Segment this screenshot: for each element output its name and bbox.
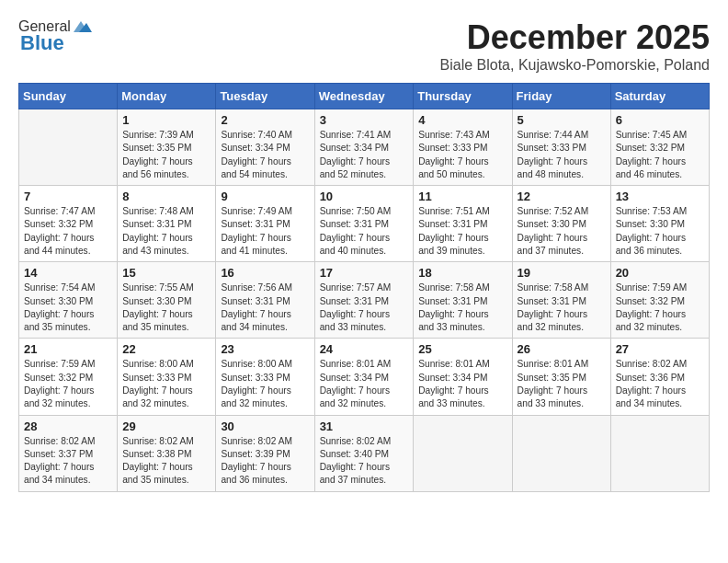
calendar-cell: 7Sunrise: 7:47 AMSunset: 3:32 PMDaylight… bbox=[19, 186, 118, 262]
calendar-cell: 25Sunrise: 8:01 AMSunset: 3:34 PMDayligh… bbox=[414, 339, 512, 415]
calendar-cell: 6Sunrise: 7:45 AMSunset: 3:32 PMDaylight… bbox=[610, 109, 709, 186]
calendar-cell: 24Sunrise: 8:01 AMSunset: 3:34 PMDayligh… bbox=[314, 339, 414, 415]
month-title: December 2025 bbox=[440, 18, 710, 57]
calendar-cell bbox=[610, 415, 709, 491]
calendar-cell: 11Sunrise: 7:51 AMSunset: 3:31 PMDayligh… bbox=[414, 186, 512, 262]
day-number: 28 bbox=[24, 419, 112, 433]
calendar-cell: 15Sunrise: 7:55 AMSunset: 3:30 PMDayligh… bbox=[118, 262, 216, 339]
day-number: 13 bbox=[616, 190, 704, 203]
day-number: 29 bbox=[122, 419, 210, 433]
calendar-week-5: 28Sunrise: 8:02 AMSunset: 3:37 PMDayligh… bbox=[19, 415, 710, 491]
day-number: 11 bbox=[418, 190, 506, 203]
day-detail: Sunrise: 7:54 AMSunset: 3:30 PMDaylight:… bbox=[24, 282, 112, 334]
day-detail: Sunrise: 7:47 AMSunset: 3:32 PMDaylight:… bbox=[24, 205, 112, 258]
header-friday: Friday bbox=[512, 84, 610, 109]
day-number: 22 bbox=[122, 342, 210, 356]
day-detail: Sunrise: 7:59 AMSunset: 3:32 PMDaylight:… bbox=[616, 282, 704, 334]
day-detail: Sunrise: 7:55 AMSunset: 3:30 PMDaylight:… bbox=[122, 282, 210, 334]
calendar-week-3: 14Sunrise: 7:54 AMSunset: 3:30 PMDayligh… bbox=[19, 262, 710, 339]
calendar-cell: 18Sunrise: 7:58 AMSunset: 3:31 PMDayligh… bbox=[414, 262, 512, 339]
day-detail: Sunrise: 8:01 AMSunset: 3:34 PMDaylight:… bbox=[418, 358, 506, 410]
calendar-cell: 31Sunrise: 8:02 AMSunset: 3:40 PMDayligh… bbox=[314, 415, 414, 491]
day-detail: Sunrise: 7:59 AMSunset: 3:32 PMDaylight:… bbox=[24, 358, 112, 410]
logo-blue-text: Blue bbox=[18, 31, 64, 55]
day-number: 15 bbox=[122, 266, 210, 280]
day-detail: Sunrise: 7:57 AMSunset: 3:31 PMDaylight:… bbox=[320, 282, 409, 334]
day-number: 16 bbox=[221, 266, 309, 280]
header-wednesday: Wednesday bbox=[314, 84, 414, 109]
calendar-cell: 28Sunrise: 8:02 AMSunset: 3:37 PMDayligh… bbox=[19, 415, 118, 491]
calendar-cell: 27Sunrise: 8:02 AMSunset: 3:36 PMDayligh… bbox=[610, 339, 709, 415]
day-detail: Sunrise: 7:48 AMSunset: 3:31 PMDaylight:… bbox=[122, 205, 210, 258]
day-number: 17 bbox=[320, 266, 409, 280]
calendar-cell: 13Sunrise: 7:53 AMSunset: 3:30 PMDayligh… bbox=[610, 186, 709, 262]
calendar-cell: 10Sunrise: 7:50 AMSunset: 3:31 PMDayligh… bbox=[314, 186, 414, 262]
day-number: 26 bbox=[518, 342, 606, 356]
day-detail: Sunrise: 7:40 AMSunset: 3:34 PMDaylight:… bbox=[221, 129, 309, 181]
calendar-cell: 5Sunrise: 7:44 AMSunset: 3:33 PMDaylight… bbox=[512, 109, 610, 186]
calendar-cell: 16Sunrise: 7:56 AMSunset: 3:31 PMDayligh… bbox=[216, 262, 314, 339]
calendar-cell: 3Sunrise: 7:41 AMSunset: 3:34 PMDaylight… bbox=[314, 109, 414, 186]
day-detail: Sunrise: 7:50 AMSunset: 3:31 PMDaylight:… bbox=[320, 205, 409, 258]
day-number: 5 bbox=[518, 113, 606, 127]
location-title: Biale Blota, Kujawsko-Pomorskie, Poland bbox=[440, 57, 710, 74]
day-detail: Sunrise: 8:02 AMSunset: 3:38 PMDaylight:… bbox=[122, 435, 210, 488]
calendar-cell: 17Sunrise: 7:57 AMSunset: 3:31 PMDayligh… bbox=[314, 262, 414, 339]
day-number: 7 bbox=[24, 190, 112, 203]
day-number: 9 bbox=[221, 190, 309, 203]
page-header: General Blue December 2025 Biale Blota, … bbox=[18, 18, 710, 74]
day-number: 8 bbox=[122, 190, 210, 203]
calendar-cell: 1Sunrise: 7:39 AMSunset: 3:35 PMDaylight… bbox=[118, 109, 216, 186]
calendar-cell: 4Sunrise: 7:43 AMSunset: 3:33 PMDaylight… bbox=[414, 109, 512, 186]
day-detail: Sunrise: 8:02 AMSunset: 3:40 PMDaylight:… bbox=[320, 435, 409, 488]
calendar-week-1: 1Sunrise: 7:39 AMSunset: 3:35 PMDaylight… bbox=[19, 109, 710, 186]
header-thursday: Thursday bbox=[414, 84, 512, 109]
day-number: 30 bbox=[221, 419, 309, 433]
title-area: December 2025 Biale Blota, Kujawsko-Pomo… bbox=[440, 18, 710, 74]
calendar-cell: 21Sunrise: 7:59 AMSunset: 3:32 PMDayligh… bbox=[19, 339, 118, 415]
calendar-cell: 2Sunrise: 7:40 AMSunset: 3:34 PMDaylight… bbox=[216, 109, 314, 186]
day-detail: Sunrise: 8:02 AMSunset: 3:37 PMDaylight:… bbox=[24, 435, 112, 488]
day-number: 6 bbox=[616, 113, 704, 127]
day-number: 2 bbox=[221, 113, 309, 127]
logo: General Blue bbox=[18, 18, 92, 55]
day-number: 21 bbox=[24, 342, 112, 356]
calendar-cell: 8Sunrise: 7:48 AMSunset: 3:31 PMDaylight… bbox=[118, 186, 216, 262]
day-detail: Sunrise: 8:01 AMSunset: 3:35 PMDaylight:… bbox=[518, 358, 606, 410]
day-number: 19 bbox=[518, 266, 606, 280]
day-number: 3 bbox=[320, 113, 409, 127]
day-number: 18 bbox=[418, 266, 506, 280]
day-detail: Sunrise: 7:43 AMSunset: 3:33 PMDaylight:… bbox=[418, 129, 506, 181]
calendar-table: SundayMondayTuesdayWednesdayThursdayFrid… bbox=[18, 83, 710, 492]
header-monday: Monday bbox=[118, 84, 216, 109]
day-number: 10 bbox=[320, 190, 409, 203]
calendar-cell: 19Sunrise: 7:58 AMSunset: 3:31 PMDayligh… bbox=[512, 262, 610, 339]
header-tuesday: Tuesday bbox=[216, 84, 314, 109]
day-detail: Sunrise: 8:00 AMSunset: 3:33 PMDaylight:… bbox=[221, 358, 309, 410]
day-detail: Sunrise: 7:51 AMSunset: 3:31 PMDaylight:… bbox=[418, 205, 506, 258]
calendar-cell: 12Sunrise: 7:52 AMSunset: 3:30 PMDayligh… bbox=[512, 186, 610, 262]
day-detail: Sunrise: 8:02 AMSunset: 3:36 PMDaylight:… bbox=[616, 358, 704, 410]
day-detail: Sunrise: 7:44 AMSunset: 3:33 PMDaylight:… bbox=[518, 129, 606, 181]
calendar-cell bbox=[512, 415, 610, 491]
day-number: 27 bbox=[616, 342, 704, 356]
calendar-cell: 14Sunrise: 7:54 AMSunset: 3:30 PMDayligh… bbox=[19, 262, 118, 339]
day-number: 25 bbox=[418, 342, 506, 356]
day-detail: Sunrise: 8:00 AMSunset: 3:33 PMDaylight:… bbox=[122, 358, 210, 410]
day-detail: Sunrise: 7:58 AMSunset: 3:31 PMDaylight:… bbox=[418, 282, 506, 334]
day-detail: Sunrise: 7:56 AMSunset: 3:31 PMDaylight:… bbox=[221, 282, 309, 334]
header-saturday: Saturday bbox=[610, 84, 709, 109]
calendar-cell: 20Sunrise: 7:59 AMSunset: 3:32 PMDayligh… bbox=[610, 262, 709, 339]
calendar-cell: 30Sunrise: 8:02 AMSunset: 3:39 PMDayligh… bbox=[216, 415, 314, 491]
calendar-header-row: SundayMondayTuesdayWednesdayThursdayFrid… bbox=[19, 84, 710, 109]
calendar-cell: 22Sunrise: 8:00 AMSunset: 3:33 PMDayligh… bbox=[118, 339, 216, 415]
calendar-cell bbox=[19, 109, 118, 186]
logo-icon bbox=[72, 19, 92, 34]
day-detail: Sunrise: 7:39 AMSunset: 3:35 PMDaylight:… bbox=[122, 129, 210, 181]
day-number: 4 bbox=[418, 113, 506, 127]
day-number: 1 bbox=[122, 113, 210, 127]
calendar-cell: 9Sunrise: 7:49 AMSunset: 3:31 PMDaylight… bbox=[216, 186, 314, 262]
day-detail: Sunrise: 7:45 AMSunset: 3:32 PMDaylight:… bbox=[616, 129, 704, 181]
day-detail: Sunrise: 7:52 AMSunset: 3:30 PMDaylight:… bbox=[518, 205, 606, 258]
day-detail: Sunrise: 8:01 AMSunset: 3:34 PMDaylight:… bbox=[320, 358, 409, 410]
